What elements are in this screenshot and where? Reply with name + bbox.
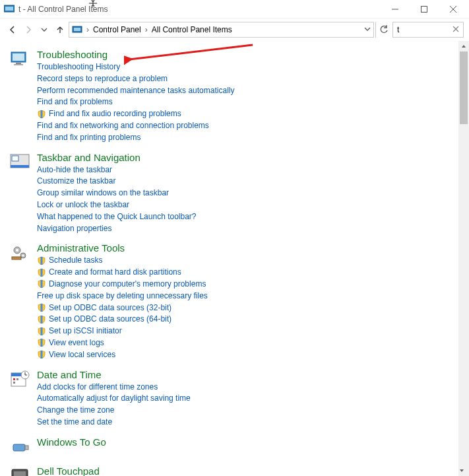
result-link[interactable]: Find and fix printing problems	[37, 132, 141, 143]
result-link[interactable]: Automatically adjust for daylight saving…	[37, 393, 191, 404]
result-row: Change the time zone	[37, 405, 191, 416]
result-link[interactable]: Schedule tasks	[49, 255, 102, 266]
uac-shield-icon	[37, 256, 46, 265]
svg-rect-33	[14, 471, 26, 476]
result-link[interactable]: Set up ODBC data sources (32-bit)	[49, 302, 172, 314]
close-button[interactable]	[439, 1, 468, 17]
svg-rect-31	[25, 446, 28, 450]
usb-icon	[9, 436, 30, 458]
refresh-button[interactable]	[375, 22, 391, 38]
result-link[interactable]: Set up iSCSI initiator	[49, 325, 122, 337]
monitor-icon	[9, 49, 30, 70]
result-link[interactable]: Find and fix networking and connection p…	[37, 120, 209, 131]
svg-rect-16	[12, 156, 18, 161]
result-link[interactable]: Free up disk space by deleting unnecessa…	[37, 290, 208, 302]
category-title-windows-to-go[interactable]: Windows To Go	[37, 436, 106, 448]
forward-button[interactable]	[21, 22, 36, 37]
result-row: Set up ODBC data sources (32-bit)	[37, 302, 208, 314]
result-link[interactable]: Navigation properties	[37, 223, 111, 234]
breadcrumb-part-control-panel[interactable]: Control Panel	[90, 25, 144, 34]
uac-shield-icon	[37, 338, 46, 347]
result-row: Diagnose your computer's memory problems	[37, 279, 208, 290]
uac-shield-icon	[37, 303, 46, 312]
result-row: Auto-hide the taskbar	[37, 164, 197, 176]
category-title-troubleshooting[interactable]: Troubleshooting	[37, 49, 234, 60]
result-row: Find and fix printing problems	[37, 132, 234, 143]
svg-rect-29	[13, 382, 15, 384]
category-title-date-time[interactable]: Date and Time	[37, 369, 191, 380]
title-bar: t - All Control Panel Items	[0, 0, 469, 18]
up-button[interactable]	[53, 22, 67, 37]
clear-search-icon[interactable]	[451, 25, 460, 34]
result-row: What happened to the Quick Launch toolba…	[37, 211, 197, 222]
result-link[interactable]: View event logs	[49, 337, 104, 349]
breadcrumb-part-all-items[interactable]: All Control Panel Items	[149, 25, 235, 34]
svg-rect-7	[74, 28, 80, 31]
category-body: Date and TimeAdd clocks for different ti…	[37, 369, 191, 428]
category-body: Dell TouchpadLaunch Mouse Control Panel	[37, 465, 139, 476]
scroll-thumb[interactable]	[460, 51, 468, 124]
result-link[interactable]: Perform recommended maintenance tasks au…	[37, 85, 234, 96]
recent-dropdown-button[interactable]	[37, 22, 51, 37]
result-row: Find and fix networking and connection p…	[37, 120, 234, 131]
svg-rect-30	[13, 444, 25, 451]
nav-bar: › Control Panel › All Control Panel Item…	[0, 18, 469, 41]
result-link[interactable]: Record steps to reproduce a problem	[37, 73, 168, 85]
control-panel-icon	[72, 24, 82, 35]
search-box[interactable]	[392, 22, 464, 38]
result-link[interactable]: Find and fix problems	[37, 96, 113, 108]
minimize-button[interactable]	[381, 1, 410, 17]
category-title-taskbar[interactable]: Taskbar and Navigation	[37, 152, 197, 163]
result-link[interactable]: Lock or unlock the taskbar	[37, 199, 129, 211]
result-row: Find and fix audio recording problems	[37, 108, 234, 119]
result-link[interactable]: Change the time zone	[37, 405, 114, 416]
result-row: Set the time and date	[37, 417, 191, 428]
back-button[interactable]	[5, 22, 20, 37]
category-title-admin-tools[interactable]: Administrative Tools	[37, 242, 208, 254]
scroll-up-arrow[interactable]	[458, 41, 469, 51]
chevron-right-icon[interactable]: ›	[85, 25, 90, 34]
result-link[interactable]: Troubleshooting History	[37, 61, 120, 73]
result-row: Group similar windows on the taskbar	[37, 187, 197, 199]
category-body: TroubleshootingTroubleshooting HistoryRe…	[37, 49, 234, 144]
category-body: Taskbar and NavigationAuto-hide the task…	[37, 152, 197, 235]
result-link[interactable]: Auto-hide the taskbar	[37, 164, 112, 176]
touchpad-icon	[9, 465, 30, 476]
result-link[interactable]: Find and fix audio recording problems	[49, 108, 181, 119]
window-title: t - All Control Panel Items	[18, 5, 381, 14]
result-row: Add clocks for different time zones	[37, 382, 191, 393]
result-row: Set up ODBC data sources (64-bit)	[37, 314, 208, 325]
result-row: View event logs	[37, 337, 208, 349]
result-link[interactable]: Customize the taskbar	[37, 176, 115, 187]
result-link[interactable]: Add clocks for different time zones	[37, 382, 158, 393]
uac-shield-icon	[37, 268, 46, 277]
result-row: View local services	[37, 349, 208, 360]
scroll-down-arrow[interactable]	[458, 465, 465, 476]
vertical-scrollbar[interactable]	[458, 41, 469, 476]
result-row: Navigation properties	[37, 223, 197, 234]
result-link[interactable]: Group similar windows on the taskbar	[37, 187, 169, 199]
result-row: Perform recommended maintenance tasks au…	[37, 85, 234, 96]
uac-shield-icon	[37, 327, 46, 336]
result-link[interactable]: Create and format hard disk partitions	[49, 267, 181, 278]
result-link[interactable]: Set the time and date	[37, 417, 112, 428]
window-controls	[381, 1, 468, 17]
address-bar[interactable]: › Control Panel › All Control Panel Item…	[69, 22, 374, 38]
category-title-dell-touchpad[interactable]: Dell Touchpad	[37, 465, 139, 476]
result-row: Record steps to reproduce a problem	[37, 73, 234, 85]
result-link[interactable]: Set up ODBC data sources (64-bit)	[49, 314, 172, 325]
gears-icon	[9, 242, 30, 263]
svg-rect-21	[12, 257, 21, 259]
result-link[interactable]: View local services	[49, 349, 115, 360]
svg-rect-11	[13, 53, 24, 61]
category-windows-to-go: Windows To Go	[9, 436, 460, 458]
category-body: Windows To Go	[37, 436, 106, 449]
address-dropdown-icon[interactable]	[364, 25, 371, 34]
result-row: Create and format hard disk partitions	[37, 267, 208, 278]
result-link[interactable]: What happened to the Quick Launch toolba…	[37, 211, 197, 222]
chevron-right-icon[interactable]: ›	[144, 25, 149, 34]
search-input[interactable]	[396, 24, 451, 35]
maximize-button[interactable]	[410, 1, 439, 17]
result-link[interactable]: Diagnose your computer's memory problems	[49, 279, 206, 290]
category-admin-tools: Administrative ToolsSchedule tasksCreate…	[9, 242, 460, 360]
